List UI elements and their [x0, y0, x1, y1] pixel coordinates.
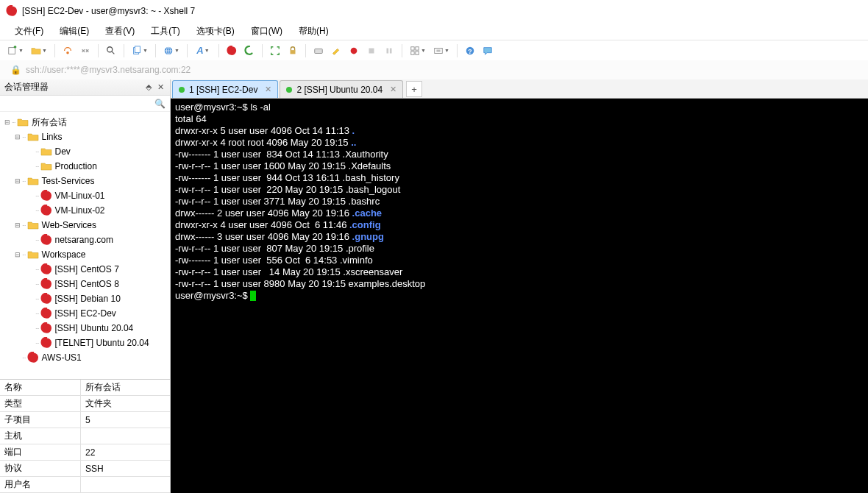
address-url: ssh://user:****@mysvr3.netsarang.com:22 [26, 65, 191, 75]
app-logo-icon [6, 5, 18, 17]
prop-child-val: 5 [81, 412, 170, 428]
tree-root[interactable]: ⊟··· 所有会话 [0, 115, 170, 130]
menu-tools[interactable]: 工具(T) [143, 23, 187, 40]
prop-proto-key: 协议 [0, 461, 81, 477]
toolbar-sep [305, 44, 306, 57]
keyboard-button[interactable] [310, 43, 327, 59]
tree-workspace[interactable]: ⊟··· Workspace [0, 247, 170, 262]
toggle-icon[interactable]: ⊟ [13, 177, 22, 185]
svg-point-1 [66, 51, 69, 54]
feedback-button[interactable] [480, 43, 496, 59]
svg-rect-17 [435, 48, 443, 53]
prop-user-val [81, 477, 170, 493]
tree-aws[interactable]: ···· AWS-US1 [0, 350, 170, 365]
address-bar[interactable]: 🔒 ssh://user:****@mysvr3.netsarang.com:2… [0, 60, 868, 79]
toolbar-sep [457, 44, 458, 57]
window-title: [SSH] EC2-Dev - user@mysvr3: ~ - Xshell … [22, 6, 195, 16]
find-button[interactable] [103, 43, 119, 59]
toolbar-sep [187, 44, 188, 57]
toggle-icon[interactable]: ⊟ [13, 251, 22, 258]
record-button[interactable] [346, 43, 362, 59]
toolbar-sep [98, 44, 99, 57]
xftp-button[interactable] [241, 43, 257, 59]
svg-rect-10 [369, 48, 374, 53]
highlight-button[interactable] [328, 43, 344, 59]
tree-netsarang[interactable]: ···· netsarang.com [0, 233, 170, 247]
svg-rect-8 [315, 49, 323, 53]
lock-button[interactable] [285, 43, 301, 59]
tree-ec2dev[interactable]: ···· [SSH] EC2-Dev [0, 306, 170, 321]
toolbar-sep [155, 44, 156, 57]
svg-rect-12 [390, 48, 392, 53]
tab-ec2dev[interactable]: 1 [SSH] EC2-Dev ✕ [172, 80, 278, 98]
stop-button[interactable] [363, 43, 380, 59]
tab-ubuntu[interactable]: 2 [SSH] Ubuntu 20.04 ✕ [280, 80, 403, 98]
session-search[interactable]: 🔍 [0, 96, 170, 112]
menu-window[interactable]: 窗口(W) [243, 23, 290, 40]
toggle-icon[interactable]: ⊟ [13, 133, 22, 141]
broadcast-button[interactable]: ▼ [430, 43, 452, 59]
pause-button[interactable] [381, 43, 397, 59]
toggle-icon[interactable]: ⊟ [13, 221, 22, 229]
menu-edit[interactable]: 编辑(E) [52, 23, 96, 40]
open-session-button[interactable]: ▼ [28, 43, 50, 59]
copy-button[interactable]: ▼ [129, 43, 151, 59]
svg-rect-4 [135, 46, 140, 52]
svg-point-9 [351, 47, 357, 54]
add-tab-button[interactable]: + [406, 81, 422, 97]
prop-name-key: 名称 [0, 380, 81, 396]
svg-rect-0 [9, 47, 15, 54]
tree-ubuntu[interactable]: ···· [SSH] Ubuntu 20.04 [0, 321, 170, 336]
prop-name-val: 所有会话 [81, 380, 170, 396]
prop-port-key: 端口 [0, 444, 81, 461]
svg-rect-13 [411, 46, 414, 49]
tree-centos7[interactable]: ···· [SSH] CentOS 7 [0, 262, 170, 277]
pin-icon[interactable]: ⬘ [144, 82, 153, 92]
status-dot-icon [179, 87, 185, 93]
terminal-output[interactable]: user@mysvr3:~$ ls -altotal 64drwxr-xr-x … [171, 99, 868, 493]
tree-vm1[interactable]: ···· VM-Linux-01 [0, 188, 170, 203]
tree-centos8[interactable]: ···· [SSH] CentOS 8 [0, 277, 170, 291]
font-button[interactable]: A▼ [192, 43, 214, 59]
close-icon[interactable]: ✕ [390, 85, 396, 94]
tab-strip: 1 [SSH] EC2-Dev ✕ 2 [SSH] Ubuntu 20.04 ✕… [171, 79, 868, 99]
toggle-icon[interactable]: ⊟ [3, 118, 12, 126]
svg-point-2 [107, 46, 113, 52]
close-panel-icon[interactable]: ✕ [156, 82, 166, 92]
disconnect-button[interactable] [77, 43, 93, 59]
window-titlebar: [SSH] EC2-Dev - user@mysvr3: ~ - Xshell … [0, 0, 868, 22]
session-tree: ⊟··· 所有会话 ⊟··· Links ···· Dev ···· Produ… [0, 112, 170, 379]
fullscreen-button[interactable] [267, 43, 283, 59]
new-session-button[interactable]: ▼ [4, 43, 26, 59]
prop-port-val: 22 [81, 444, 170, 461]
tree-links-dev[interactable]: ···· Dev [0, 144, 170, 159]
svg-text:?: ? [468, 47, 472, 54]
toolbar-sep [262, 44, 263, 57]
svg-rect-7 [291, 50, 296, 54]
layout-button[interactable]: ▼ [407, 43, 429, 59]
tree-links[interactable]: ⊟··· Links [0, 130, 170, 144]
tree-web-services[interactable]: ⊟··· Web-Services [0, 218, 170, 233]
help-button[interactable]: ? [462, 43, 478, 59]
prop-host-key: 主机 [0, 428, 81, 444]
tree-links-prod[interactable]: ···· Production [0, 159, 170, 174]
xshell-button[interactable] [224, 43, 240, 59]
status-dot-icon [286, 87, 292, 93]
tree-vm2[interactable]: ···· VM-Linux-02 [0, 203, 170, 218]
tree-telnet-ubuntu[interactable]: ···· [TELNET] Ubuntu 20.04 [0, 336, 170, 350]
menu-tabs[interactable]: 选项卡(B) [189, 23, 242, 40]
menu-file[interactable]: 文件(F) [7, 23, 51, 40]
session-manager-title: 会话管理器 [4, 81, 49, 93]
tree-test-services[interactable]: ⊟··· Test-Services [0, 174, 170, 188]
globe-button[interactable]: ▼ [160, 43, 182, 59]
svg-rect-14 [416, 46, 419, 49]
prop-host-val [81, 428, 170, 444]
close-icon[interactable]: ✕ [265, 85, 271, 94]
menu-view[interactable]: 查看(V) [98, 23, 142, 40]
svg-rect-15 [411, 51, 414, 54]
terminal-area: 1 [SSH] EC2-Dev ✕ 2 [SSH] Ubuntu 20.04 ✕… [171, 79, 868, 493]
main-toolbar: ▼ ▼ ▼ ▼ A▼ ▼ ▼ ? [0, 40, 868, 60]
menu-help[interactable]: 帮助(H) [291, 23, 336, 40]
tree-debian10[interactable]: ···· [SSH] Debian 10 [0, 291, 170, 306]
connect-button[interactable] [60, 43, 76, 59]
